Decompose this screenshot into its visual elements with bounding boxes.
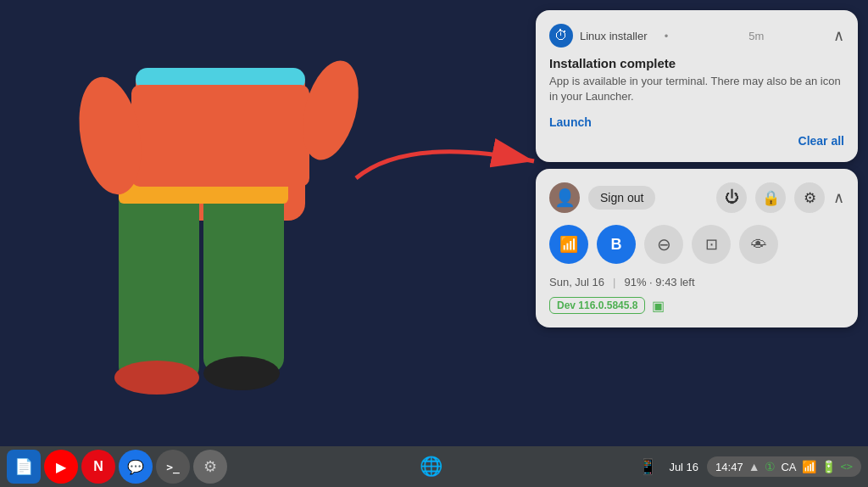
sign-out-button[interactable]: Sign out	[588, 186, 655, 210]
notification-header: ⏱ Linux installer • 5m ∧	[549, 24, 844, 48]
qs-top-row: 👤 Sign out ⏻ 🔒 ⚙ ∧	[549, 182, 844, 213]
dnd-icon: ⊖	[657, 234, 671, 255]
wifi-status-icon: 📶	[802, 460, 816, 473]
gear-icon: ⚙	[804, 189, 816, 207]
notification-time-ago: 5m	[748, 30, 826, 42]
notification-body: App is available in your terminal. There…	[549, 74, 844, 104]
wifi-toggle[interactable]: 📶	[549, 225, 588, 264]
notification-title: Installation complete	[549, 56, 844, 70]
taskbar-app-terminal[interactable]: >_	[156, 450, 190, 484]
taskbar: 📄 ▶ N 💬 >_ ⚙ 🌐 📱 Jul 16 14:47 ▲ ① CA 📶 🔋…	[0, 446, 868, 487]
qs-info-divider: |	[613, 276, 615, 288]
svg-rect-1	[119, 187, 199, 382]
network-icon: 🌐	[420, 456, 442, 478]
taskbar-time: 14:47	[715, 461, 743, 473]
clear-all-button[interactable]: Clear all	[798, 134, 844, 148]
quick-settings-card: 👤 Sign out ⏻ 🔒 ⚙ ∧ 📶 B ⊖	[536, 169, 858, 327]
battery-icon: 🔋	[821, 460, 836, 473]
bluetooth-toggle[interactable]: B	[597, 225, 636, 264]
svg-point-9	[203, 356, 280, 390]
netflix-icon: N	[93, 459, 103, 474]
svg-point-8	[114, 361, 199, 395]
notification-badge: ①	[765, 460, 776, 473]
notification-card-linux: ⏱ Linux installer • 5m ∧ Installation co…	[536, 10, 858, 162]
notification-collapse-icon[interactable]: ∧	[833, 26, 844, 45]
dev-icon: ▣	[652, 298, 665, 314]
up-arrow-icon: ▲	[748, 460, 760, 473]
cast-icon: ⊡	[705, 235, 718, 254]
qs-date: Sun, Jul 16	[549, 276, 604, 288]
taskbar-app-netflix[interactable]: N	[81, 450, 115, 484]
taskbar-app-chat[interactable]: 💬	[119, 450, 153, 484]
bluetooth-icon: B	[611, 236, 622, 254]
taskbar-locale: CA	[781, 461, 796, 473]
lock-icon: 🔒	[762, 189, 780, 207]
hide-toggle[interactable]: 👁	[739, 225, 778, 264]
notification-app-name: Linux installer	[580, 30, 658, 42]
taskbar-center-icons[interactable]: 🌐	[420, 456, 442, 478]
taskbar-app-settings[interactable]: ⚙	[193, 450, 227, 484]
dev-mode-icon: <>	[841, 461, 853, 473]
cast-toggle[interactable]: ⊡	[692, 225, 731, 264]
qs-toggle-row: 📶 B ⊖ ⊡ 👁	[549, 225, 844, 264]
dnd-toggle[interactable]: ⊖	[644, 225, 683, 264]
phone-icon[interactable]: 📱	[635, 457, 660, 476]
power-icon: ⏻	[725, 189, 739, 206]
settings-icon: ⚙	[203, 457, 217, 476]
lock-button[interactable]: 🔒	[755, 182, 786, 213]
terminal-icon: >_	[166, 461, 180, 473]
qs-dev-row: Dev 116.0.5845.8 ▣	[549, 297, 844, 314]
notification-launch-button[interactable]: Launch	[549, 115, 592, 129]
docs-icon: 📄	[14, 457, 33, 476]
taskbar-app-youtube[interactable]: ▶	[44, 450, 78, 484]
user-avatar[interactable]: 👤	[549, 182, 580, 213]
dev-badge: Dev 116.0.5845.8	[549, 297, 645, 314]
taskbar-date: Jul 16	[664, 461, 704, 473]
clear-all-row: Clear all	[549, 130, 844, 148]
chat-icon: 💬	[127, 459, 144, 475]
qs-battery: 91% · 9:43 left	[624, 276, 694, 288]
qs-collapse-icon[interactable]: ∧	[833, 188, 844, 207]
wifi-icon: 📶	[559, 235, 578, 254]
svg-rect-2	[203, 187, 284, 373]
youtube-icon: ▶	[56, 459, 66, 475]
hide-icon: 👁	[751, 236, 766, 254]
svg-rect-5	[131, 85, 309, 187]
taskbar-app-docs[interactable]: 📄	[7, 450, 41, 484]
notification-panel: ⏱ Linux installer • 5m ∧ Installation co…	[536, 10, 858, 327]
taskbar-right: 📱 Jul 16 14:47 ▲ ① CA 📶 🔋 <>	[635, 456, 861, 477]
linux-installer-icon: ⏱	[549, 24, 573, 48]
settings-button[interactable]: ⚙	[794, 182, 825, 213]
notification-time: •	[665, 30, 743, 42]
power-button[interactable]: ⏻	[716, 182, 747, 213]
wallpaper-illustration	[0, 0, 475, 433]
taskbar-time-block[interactable]: 14:47 ▲ ① CA 📶 🔋 <>	[707, 456, 861, 477]
qs-info-row: Sun, Jul 16 | 91% · 9:43 left	[549, 276, 844, 288]
